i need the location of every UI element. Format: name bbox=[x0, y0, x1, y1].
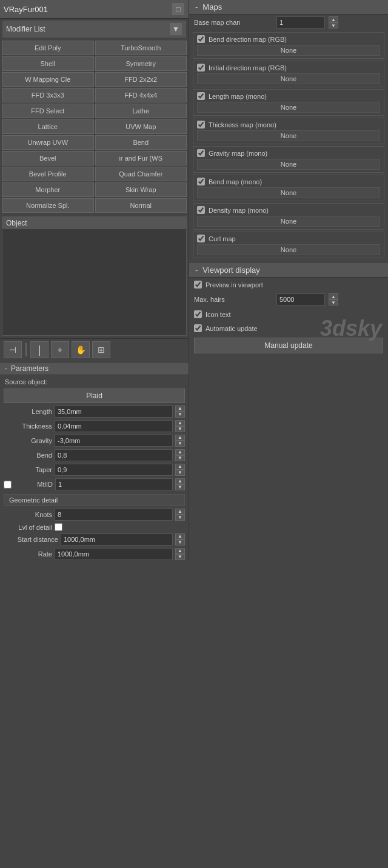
modifier-btn-4[interactable]: W Mapping Cle bbox=[2, 72, 94, 87]
map-checkbox-2[interactable] bbox=[197, 92, 205, 100]
bend-label: Bend bbox=[4, 452, 52, 459]
toolbar-move-icon[interactable]: | bbox=[30, 341, 48, 358]
thickness-spin-down[interactable]: ▼ bbox=[175, 426, 185, 432]
map-none-5[interactable]: None bbox=[197, 187, 380, 198]
map-checkbox-4[interactable] bbox=[197, 149, 205, 157]
rate-input[interactable] bbox=[55, 548, 173, 560]
map-checkbox-6[interactable] bbox=[197, 206, 205, 214]
map-none-2[interactable]: None bbox=[197, 102, 380, 113]
start-distance-input[interactable] bbox=[61, 533, 173, 546]
mtlid-input[interactable] bbox=[55, 478, 173, 490]
toolbar-modifier-icon[interactable]: ⌖ bbox=[51, 341, 69, 358]
knots-spin-down[interactable]: ▼ bbox=[175, 515, 185, 521]
thickness-input[interactable] bbox=[55, 420, 173, 432]
length-label: Length bbox=[4, 408, 52, 415]
map-none-3[interactable]: None bbox=[197, 130, 380, 141]
manual-update-button[interactable]: Manual update bbox=[194, 338, 383, 353]
map-checkbox-1[interactable] bbox=[197, 64, 205, 72]
modifier-btn-12[interactable]: Unwrap UVW bbox=[2, 135, 94, 150]
mtlid-row: MtlID ▲ ▼ bbox=[0, 477, 189, 492]
knots-input[interactable] bbox=[55, 509, 173, 521]
map-checkbox-5[interactable] bbox=[197, 178, 205, 185]
close-button[interactable]: □ bbox=[172, 2, 185, 16]
max-hairs-input[interactable] bbox=[276, 293, 325, 305]
modifier-btn-2[interactable]: Shell bbox=[2, 56, 94, 71]
map-none-7[interactable]: None bbox=[197, 244, 380, 255]
icon-text-checkbox[interactable] bbox=[194, 310, 202, 318]
modifier-btn-11[interactable]: UVW Map bbox=[95, 119, 187, 134]
start-distance-spin-down[interactable]: ▼ bbox=[175, 539, 185, 546]
modifier-btn-10[interactable]: Lattice bbox=[2, 119, 94, 134]
lvl-detail-checkbox[interactable] bbox=[55, 523, 62, 531]
map-none-4[interactable]: None bbox=[197, 159, 380, 170]
gravity-input[interactable] bbox=[55, 435, 173, 447]
toolbar-pin-icon[interactable]: ⊣ bbox=[4, 341, 22, 358]
length-spin-up[interactable]: ▲ bbox=[175, 406, 185, 412]
modifier-btn-19[interactable]: Skin Wrap bbox=[95, 182, 187, 197]
map-row-7: Curl map None bbox=[193, 232, 384, 258]
source-object-button[interactable]: Plaid bbox=[4, 389, 185, 403]
preview-viewport-checkbox[interactable] bbox=[194, 281, 202, 289]
viewport-collapse[interactable]: - bbox=[195, 265, 198, 275]
length-input[interactable] bbox=[55, 406, 173, 418]
bend-spin-down[interactable]: ▼ bbox=[175, 455, 185, 461]
gravity-spin-down[interactable]: ▼ bbox=[175, 441, 185, 447]
mtlid-spin-down[interactable]: ▼ bbox=[175, 484, 185, 490]
map-none-1[interactable]: None bbox=[197, 73, 380, 84]
modifier-btn-21[interactable]: Normal bbox=[95, 198, 187, 213]
modifier-btn-17[interactable]: Quad Chamfer bbox=[95, 167, 187, 181]
toolbar-grid-icon[interactable]: ⊞ bbox=[92, 341, 110, 358]
auto-update-checkbox[interactable] bbox=[194, 324, 202, 332]
map-checkbox-0[interactable] bbox=[197, 35, 205, 43]
start-distance-spin-up[interactable]: ▲ bbox=[175, 533, 185, 539]
mtlid-checkbox[interactable] bbox=[4, 481, 12, 489]
modifier-btn-16[interactable]: Bevel Profile bbox=[2, 167, 94, 181]
length-spin-down[interactable]: ▼ bbox=[175, 412, 185, 418]
base-map-chan-input[interactable] bbox=[276, 16, 325, 28]
rate-spinner: ▲ ▼ bbox=[175, 548, 185, 560]
max-hairs-spinner: ▲ ▼ bbox=[329, 293, 338, 305]
rate-row: Rate ▲ ▼ bbox=[0, 547, 189, 561]
map-none-6[interactable]: None bbox=[197, 216, 380, 227]
taper-spin-up[interactable]: ▲ bbox=[175, 464, 185, 470]
modifier-btn-0[interactable]: Edit Poly bbox=[2, 41, 94, 55]
bend-input[interactable] bbox=[55, 449, 173, 461]
modifier-list-dropdown[interactable]: ▼ bbox=[169, 22, 182, 36]
modifier-btn-6[interactable]: FFD 3x3x3 bbox=[2, 88, 94, 102]
taper-spinner: ▲ ▼ bbox=[175, 464, 185, 476]
modifier-btn-8[interactable]: FFD Select bbox=[2, 104, 94, 118]
taper-spin-down[interactable]: ▼ bbox=[175, 470, 185, 476]
rate-spin-down[interactable]: ▼ bbox=[175, 554, 185, 560]
base-map-chan-spin-up[interactable]: ▲ bbox=[329, 16, 338, 22]
modifier-btn-18[interactable]: Morpher bbox=[2, 182, 94, 197]
modifier-btn-14[interactable]: Bevel bbox=[2, 151, 94, 165]
start-distance-row: Start distance ▲ ▼ bbox=[0, 532, 189, 547]
knots-spin-up[interactable]: ▲ bbox=[175, 509, 185, 515]
bend-spinner: ▲ ▼ bbox=[175, 449, 185, 461]
bend-spin-up[interactable]: ▲ bbox=[175, 449, 185, 455]
map-checkbox-3[interactable] bbox=[197, 121, 205, 129]
modifier-btn-15[interactable]: ir and Fur (WS bbox=[95, 151, 187, 165]
modifier-btn-13[interactable]: Bend bbox=[95, 135, 187, 150]
modifier-btn-9[interactable]: Lathe bbox=[95, 104, 187, 118]
taper-input[interactable] bbox=[55, 464, 173, 476]
thickness-spin-up[interactable]: ▲ bbox=[175, 420, 185, 426]
max-hairs-spin-up[interactable]: ▲ bbox=[329, 293, 338, 299]
map-checkbox-7[interactable] bbox=[197, 235, 205, 242]
modifier-btn-7[interactable]: FFD 4x4x4 bbox=[95, 88, 187, 102]
map-row-6: Density map (mono) None bbox=[193, 203, 384, 230]
base-map-chan-spin-down[interactable]: ▼ bbox=[329, 22, 338, 28]
modifier-btn-20[interactable]: Normalize Spl. bbox=[2, 198, 94, 213]
gravity-spin-up[interactable]: ▲ bbox=[175, 435, 185, 441]
map-row-1: Initial direction map (RGB) None bbox=[193, 61, 384, 87]
map-none-0[interactable]: None bbox=[197, 45, 380, 56]
modifier-btn-5[interactable]: FFD 2x2x2 bbox=[95, 72, 187, 87]
toolbar-hand-icon[interactable]: ✋ bbox=[72, 341, 90, 358]
maps-collapse[interactable]: - bbox=[195, 2, 198, 12]
mtlid-spin-up[interactable]: ▲ bbox=[175, 478, 185, 484]
modifier-btn-3[interactable]: Symmetry bbox=[95, 56, 187, 71]
modifier-btn-1[interactable]: TurboSmooth bbox=[95, 41, 187, 55]
parameters-collapse[interactable]: - bbox=[5, 364, 7, 373]
rate-spin-up[interactable]: ▲ bbox=[175, 548, 185, 554]
max-hairs-spin-down[interactable]: ▼ bbox=[329, 299, 338, 305]
